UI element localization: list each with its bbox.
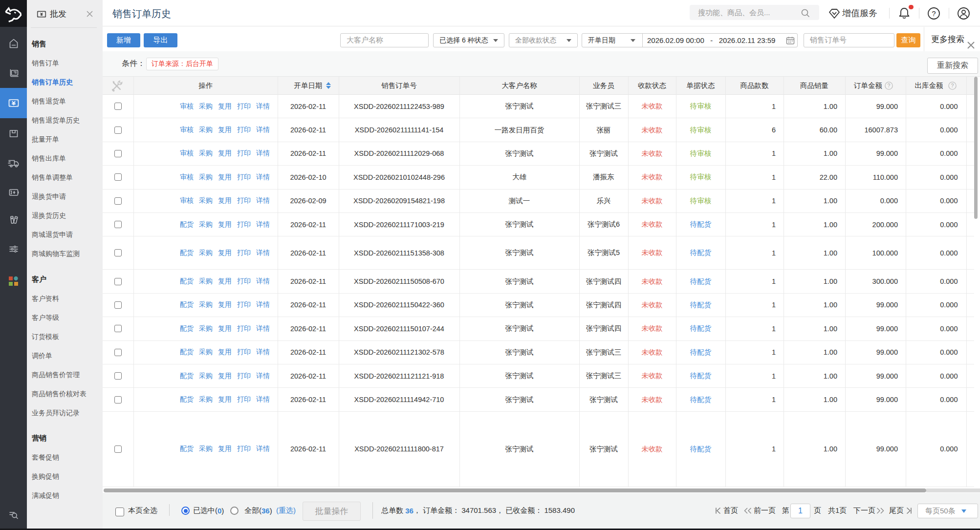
svg-text:?: ? xyxy=(932,9,936,18)
svg-text:?: ? xyxy=(888,83,891,88)
svg-text:?: ? xyxy=(951,83,954,88)
